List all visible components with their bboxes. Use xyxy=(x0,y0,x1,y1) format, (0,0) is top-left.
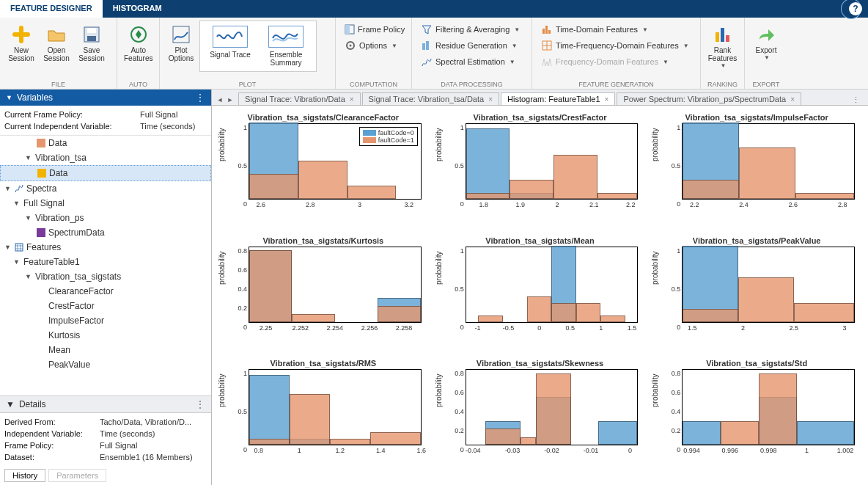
chevron-down-icon: ▼ xyxy=(6,399,15,409)
plus-icon xyxy=(11,24,32,45)
plot-title: Vibration_tsa_sigstats/Skewness xyxy=(439,359,641,368)
bar xyxy=(598,421,637,445)
time-freq-button[interactable]: Time-Frequency-Domain Features▼ xyxy=(538,38,694,53)
ensemble-icon xyxy=(268,26,304,48)
spectral-button[interactable]: Spectral Estimation▼ xyxy=(418,54,526,69)
variables-panel-header[interactable]: ▼Variables⋮ xyxy=(0,90,211,106)
filter-icon xyxy=(421,23,433,35)
axes xyxy=(682,247,855,323)
tree-item[interactable]: ▼Vibration_tsa_sigstats xyxy=(0,269,211,284)
residue-button[interactable]: Residue Generation▼ xyxy=(418,38,526,53)
signal-trace-icon xyxy=(213,26,248,48)
histogram-plot[interactable]: Vibration_tsa_sigstats/ImpulseFactorprob… xyxy=(655,113,858,232)
tree-item[interactable]: ImpulseFactor xyxy=(0,313,211,328)
bar xyxy=(347,186,397,199)
close-icon[interactable]: × xyxy=(790,95,795,103)
panel-menu[interactable]: ⋮ xyxy=(196,399,205,409)
chevron-down-icon: ▼ xyxy=(514,26,520,33)
folder-open-icon xyxy=(46,24,67,45)
tab-feature-designer[interactable]: FEATURE DESIGNER xyxy=(0,0,103,18)
group-title: RANKING xyxy=(701,81,744,88)
bar xyxy=(794,303,854,322)
tree-item[interactable]: ▼Spectra xyxy=(0,181,211,196)
tree-item[interactable]: PeakValue xyxy=(0,357,211,372)
bar xyxy=(759,373,797,445)
histogram-plot[interactable]: Vibration_tsa_sigstats/RMSprobability00.… xyxy=(222,359,424,478)
frame-policy-button[interactable]: Frame Policy xyxy=(342,22,405,37)
tab-next[interactable]: ► xyxy=(225,95,235,105)
tree-item-selected[interactable]: Data xyxy=(0,165,211,181)
tree-item[interactable]: ▼Vibration_ps xyxy=(0,211,211,225)
tree-item[interactable]: CrestFactor xyxy=(0,299,211,313)
help-button[interactable]: ? xyxy=(843,0,868,18)
panel-menu[interactable]: ⋮ xyxy=(196,92,205,103)
chevron-down-icon: ▼ xyxy=(764,54,770,61)
history-button[interactable]: History xyxy=(4,469,45,482)
bar xyxy=(600,316,625,321)
bar xyxy=(510,180,553,199)
bar xyxy=(249,174,298,199)
plot-options-button[interactable]: Plot Options xyxy=(164,21,198,66)
new-session-button[interactable]: New Session xyxy=(4,21,38,66)
bar xyxy=(378,306,420,322)
time-domain-button[interactable]: Time-Domain Features▼ xyxy=(538,22,694,37)
variables-tree[interactable]: Data ▼Vibration_tsa Data ▼Spectra ▼Full … xyxy=(0,136,211,395)
chevron-down-icon: ▼ xyxy=(721,62,727,69)
tabs-menu[interactable]: ⋮ xyxy=(845,95,868,105)
details-panel-header[interactable]: ▼Details⋮ xyxy=(0,395,211,413)
plot-title: Vibration_tsa_sigstats/Mean xyxy=(439,236,641,245)
doc-tab[interactable]: Signal Trace: Vibration_tsa/Data× xyxy=(362,92,499,105)
save-icon xyxy=(81,24,102,45)
bar xyxy=(249,250,292,322)
histogram-plot[interactable]: Vibration_tsa_sigstats/Meanprobability00… xyxy=(439,236,641,355)
plot-type-selector: Signal Trace Ensemble Summary xyxy=(199,21,317,72)
plot-signal-trace[interactable]: Signal Trace xyxy=(205,26,256,67)
rank-features-button[interactable]: Rank Features▼ xyxy=(705,21,740,73)
auto-icon xyxy=(128,24,149,45)
tree-item[interactable]: Mean xyxy=(0,343,211,357)
bar xyxy=(330,439,370,445)
tree-item[interactable]: Data xyxy=(0,136,211,150)
tab-histogram[interactable]: HISTOGRAM xyxy=(103,0,172,18)
y-axis-label: probability xyxy=(434,374,442,408)
tree-item[interactable]: SpectrumData xyxy=(0,225,211,240)
tree-item[interactable]: Kurtosis xyxy=(0,328,211,343)
doc-tab[interactable]: Signal Trace: Vibration/Data× xyxy=(238,92,361,105)
histogram-plot[interactable]: Vibration_tsa_sigstats/Skewnessprobabili… xyxy=(439,359,641,478)
histogram-plot[interactable]: Vibration_tsa_sigstats/Kurtosisprobabili… xyxy=(222,236,424,355)
bar xyxy=(797,421,854,445)
y-axis-label: probability xyxy=(434,128,442,161)
tree-item[interactable]: ClearanceFactor xyxy=(0,284,211,299)
tab-prev[interactable]: ◄ xyxy=(215,95,225,105)
parameters-button: Parameters xyxy=(48,469,106,482)
histogram-plot[interactable]: Vibration_tsa_sigstats/ClearanceFactorpr… xyxy=(222,113,424,232)
export-button[interactable]: Export▼ xyxy=(749,21,783,65)
tree-item[interactable]: ▼Features xyxy=(0,240,211,255)
plot-ensemble-summary[interactable]: Ensemble Summary xyxy=(260,26,312,67)
close-icon[interactable]: × xyxy=(350,95,354,103)
histogram-plot[interactable]: Vibration_tsa_sigstats/PeakValueprobabil… xyxy=(655,236,858,355)
bar xyxy=(551,303,575,322)
filtering-button[interactable]: Filtering & Averaging▼ xyxy=(418,22,526,37)
tree-item[interactable]: ▼Full Signal xyxy=(0,196,211,211)
freq-domain-button: Frequency-Domain Features▼ xyxy=(538,54,694,69)
tree-item[interactable]: ▼FeatureTable1 xyxy=(0,255,211,269)
auto-features-button[interactable]: Auto Features xyxy=(122,21,155,66)
close-icon[interactable]: × xyxy=(488,95,493,103)
open-session-button[interactable]: Open Session xyxy=(40,21,73,66)
histogram-grid: Vibration_tsa_sigstats/ClearanceFactorpr… xyxy=(212,106,868,485)
axes xyxy=(466,247,639,323)
bar xyxy=(466,128,510,199)
close-icon[interactable]: × xyxy=(605,95,609,103)
bar xyxy=(683,180,739,199)
doc-tab[interactable]: Power Spectrum: Vibration_ps/SpectrumDat… xyxy=(617,92,801,105)
svg-rect-6 xyxy=(345,25,350,34)
tree-item[interactable]: ▼Vibration_tsa xyxy=(0,150,211,165)
histogram-plot[interactable]: Vibration_tsa_sigstats/CrestFactorprobab… xyxy=(439,113,641,232)
plot-title: Vibration_tsa_sigstats/ClearanceFactor xyxy=(222,113,424,122)
computation-options-button[interactable]: Options▼ xyxy=(342,38,405,53)
doc-tab-active[interactable]: Histogram: FeatureTable1× xyxy=(501,92,615,105)
histogram-plot[interactable]: Vibration_tsa_sigstats/Stdprobability00.… xyxy=(655,359,858,478)
save-session-button[interactable]: Save Session xyxy=(75,21,108,66)
y-axis-label: probability xyxy=(218,251,226,285)
